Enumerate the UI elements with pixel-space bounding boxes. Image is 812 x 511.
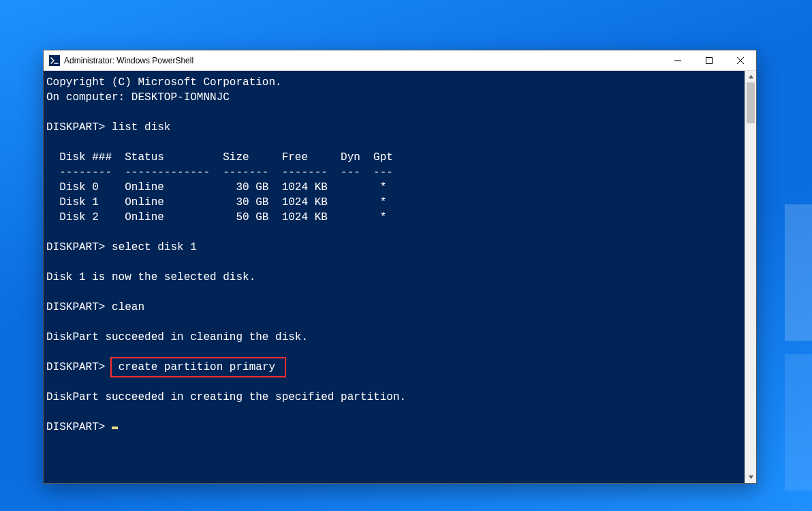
output-line: DiskPart succeeded in cleaning the disk. (46, 331, 308, 343)
prompt: DISKPART> (46, 121, 105, 134)
window-title: Administrator: Windows PowerShell (64, 56, 193, 65)
prompt: DISKPART> (46, 421, 105, 433)
command: create partition primary (119, 361, 275, 373)
table-row: Disk 1 Online 30 GB 1024 KB * (46, 196, 386, 208)
table-row: Disk 0 Online 30 GB 1024 KB * (46, 181, 386, 193)
command: list disk (112, 121, 170, 134)
powershell-icon (49, 55, 60, 66)
cursor (112, 427, 118, 429)
svg-rect-3 (706, 57, 713, 63)
prompt-line: DISKPART> create partition primary (46, 361, 286, 373)
client-area: Copyright (C) Microsoft Corporation. On … (44, 71, 756, 483)
prompt: DISKPART> (46, 241, 105, 253)
prompt: DISKPART> (46, 361, 105, 373)
desktop-background: Administrator: Windows PowerShell Copyri… (0, 0, 812, 511)
scroll-down-button[interactable] (745, 471, 757, 483)
scroll-thumb[interactable] (747, 82, 755, 123)
prompt-line: DISKPART> select disk 1 (46, 241, 197, 253)
svg-rect-0 (49, 55, 60, 66)
table-row: Disk 2 Online 50 GB 1024 KB * (46, 211, 386, 223)
output-line: DiskPart succeeded in creating the speci… (46, 391, 406, 403)
maximize-button[interactable] (693, 50, 725, 71)
minimize-button[interactable] (662, 50, 693, 71)
vertical-scrollbar[interactable] (745, 71, 756, 483)
command: clean (112, 301, 144, 313)
powershell-window: Administrator: Windows PowerShell Copyri… (43, 50, 757, 484)
output-line: Disk 1 is now the selected disk. (46, 271, 255, 283)
highlighted-command: create partition primary (110, 357, 286, 377)
table-divider: -------- ------------- ------- ------- -… (46, 166, 393, 179)
prompt: DISKPART> (46, 301, 105, 313)
prompt-line: DISKPART> (46, 421, 118, 433)
titlebar[interactable]: Administrator: Windows PowerShell (44, 50, 756, 71)
output-line: On computer: DESKTOP-IOMNNJC (46, 91, 230, 104)
prompt-line: DISKPART> list disk (46, 121, 170, 134)
table-header: Disk ### Status Size Free Dyn Gpt (46, 151, 393, 164)
close-button[interactable] (725, 50, 756, 71)
output-line: Copyright (C) Microsoft Corporation. (46, 76, 282, 89)
terminal-output[interactable]: Copyright (C) Microsoft Corporation. On … (44, 71, 745, 483)
prompt-line: DISKPART> clean (46, 301, 144, 313)
command: select disk 1 (112, 241, 197, 253)
scroll-up-button[interactable] (745, 71, 757, 82)
